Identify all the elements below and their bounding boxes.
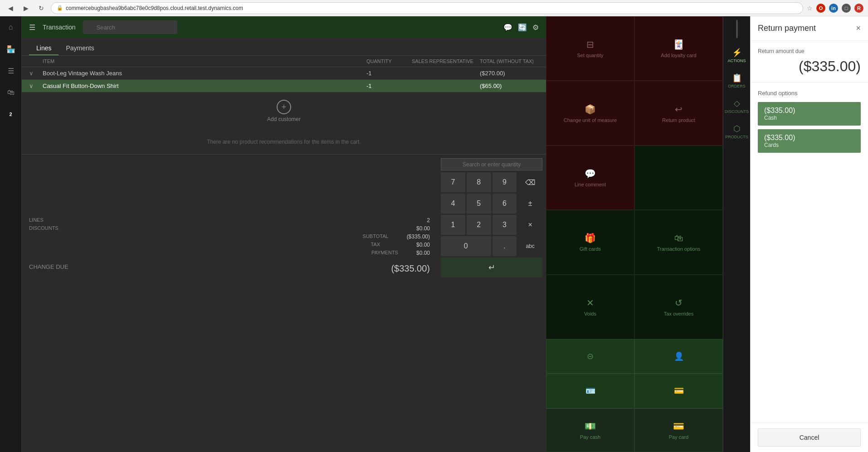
orders-label: ORDERS — [728, 84, 746, 88]
nav-forward-button[interactable]: ▶ — [20, 2, 32, 14]
numpad-9[interactable]: 9 — [493, 172, 517, 192]
orders-icon: 📋 — [732, 73, 742, 83]
row-1-rep — [412, 70, 480, 77]
gift-cards-button[interactable]: 🎁 Gift cards — [546, 210, 634, 274]
pay-cash-button[interactable]: 💵 Pay cash — [546, 408, 634, 452]
voids-icon: ✕ — [586, 297, 594, 308]
numpad-search-input[interactable] — [441, 158, 542, 170]
return-product-button[interactable]: ↩ Return product — [634, 81, 723, 145]
hamburger-icon[interactable]: ☰ — [29, 23, 35, 32]
add-customer-button[interactable]: + Add customer — [267, 100, 301, 122]
discounts-label: DISCOUNTS — [29, 225, 59, 232]
voids-label: Voids — [584, 311, 596, 316]
change-unit-icon: 📦 — [585, 104, 596, 115]
small-btn-2[interactable]: 👤 — [634, 339, 723, 374]
row-1-item: Boot-Leg Vintage Wash Jeans — [43, 70, 366, 77]
tax-overrides-button[interactable]: ↺ Tax overrides — [634, 275, 723, 339]
pay-card-button[interactable]: 💳 Pay card — [634, 408, 723, 452]
numpad-plusminus[interactable]: ± — [518, 194, 542, 214]
return-product-icon: ↩ — [675, 104, 683, 115]
numpad-enter[interactable]: ↵ — [441, 258, 542, 277]
tab-payments[interactable]: Payments — [59, 42, 101, 55]
refund-option-cards[interactable]: ($335.00) Cards — [758, 129, 861, 153]
numpad-4[interactable]: 4 — [441, 194, 465, 214]
search-input[interactable] — [83, 20, 177, 34]
sidebar-icon-bag[interactable]: 🛍 — [0, 82, 22, 103]
set-quantity-label: Set quantity — [577, 53, 603, 58]
discounts-value: $0.00 — [416, 225, 430, 232]
sidebar-orders-button[interactable]: 📋 ORDERS — [725, 69, 749, 92]
numpad-backspace[interactable]: ⌫ — [518, 172, 542, 192]
bottom-section: LINES 2 DISCOUNTS $0.00 SUBTOTAL ($335.0… — [22, 154, 546, 281]
refund-option-cash[interactable]: ($335.00) Cash — [758, 102, 861, 126]
summary-area: LINES 2 DISCOUNTS $0.00 SUBTOTAL ($335.0… — [22, 155, 437, 281]
sidebar-actions-button[interactable]: ⚡ ACTIONS — [725, 44, 749, 67]
numpad-area: 7 8 9 ⌫ 4 5 6 ± 1 2 3 × 0 . abc — [437, 155, 546, 281]
lines-value: 2 — [427, 217, 430, 224]
tax-row: TAX $0.00 — [29, 242, 430, 248]
sidebar-icon-store[interactable]: 🏪 — [0, 38, 22, 60]
browser-icon-2: in — [829, 4, 838, 13]
sidebar-icon-home[interactable]: ⌂ — [0, 16, 22, 38]
discounts-icon: ◇ — [734, 98, 740, 108]
pay-card-label: Pay card — [669, 434, 688, 440]
numpad-abc[interactable]: abc — [518, 236, 542, 256]
tab-lines[interactable]: Lines — [29, 42, 59, 55]
line-comment-button[interactable]: 💬 Line comment — [546, 146, 634, 210]
numpad-1[interactable]: 1 — [441, 215, 465, 235]
payments-label: PAYMENTS — [371, 250, 398, 256]
change-due-label: CHANGE DUE — [29, 263, 68, 274]
numpad-8[interactable]: 8 — [467, 172, 491, 192]
search-container: 🔍 — [83, 20, 310, 34]
row-2-item: Casual Fit Button-Down Shirt — [43, 83, 366, 89]
chat-icon[interactable]: 💬 — [503, 23, 512, 32]
numpad-6[interactable]: 6 — [493, 194, 517, 214]
row-1-total: ($270.00) — [480, 70, 539, 77]
action-grid: ⊟ Set quantity 🃏 Add loyalty card 📦 Chan… — [546, 16, 723, 452]
add-loyalty-card-button[interactable]: 🃏 Add loyalty card — [634, 16, 723, 81]
sidebar-icon-menu[interactable]: ☰ — [0, 60, 22, 82]
change-unit-button[interactable]: 📦 Change unit of measure — [546, 81, 634, 145]
refresh-icon[interactable]: 🔄 — [518, 23, 527, 32]
refund-options-label: Refund options — [758, 90, 861, 97]
return-panel-header: Return payment × — [751, 16, 868, 41]
change-unit-label: Change unit of measure — [564, 117, 617, 123]
small-btn-4[interactable]: 💳 — [634, 374, 723, 408]
refund-options-section: Refund options ($335.00) Cash ($335.00) … — [751, 83, 868, 423]
return-payment-panel: Return payment × Return amount due ($335… — [750, 16, 868, 452]
voids-button[interactable]: ✕ Voids — [546, 275, 634, 339]
top-bar: ☰ Transaction 🔍 💬 🔄 ⚙ — [22, 16, 546, 38]
sidebar-products-button[interactable]: ⬡ PRODUCTS — [725, 120, 749, 143]
transaction-options-label: Transaction options — [657, 246, 701, 252]
return-amount-value: ($335.00) — [758, 58, 861, 75]
numpad-2[interactable]: 2 — [467, 215, 491, 235]
sidebar-discounts-button[interactable]: ◇ DISCOUNTS — [725, 94, 749, 118]
top-bar-right: 💬 🔄 ⚙ — [503, 23, 539, 32]
return-close-button[interactable]: × — [856, 24, 861, 33]
content-area: Lines Payments ITEM QUANTITY SALES REPRE… — [22, 38, 546, 452]
table-row[interactable]: ∨ Boot-Leg Vintage Wash Jeans -1 ($270.0… — [22, 67, 546, 80]
filler-1 — [634, 146, 723, 210]
actions-icon: ⚡ — [732, 48, 742, 58]
numpad-multiply[interactable]: × — [518, 215, 542, 235]
change-due-value: ($335.00) — [391, 263, 430, 274]
add-loyalty-label: Add loyalty card — [661, 53, 696, 58]
numpad-0[interactable]: 0 — [441, 236, 491, 256]
settings-icon[interactable]: ⚙ — [532, 23, 539, 32]
small-btn-3[interactable]: 🪪 — [546, 374, 634, 408]
actions-label: ACTIONS — [727, 58, 746, 63]
row-2-rep — [412, 83, 480, 89]
payments-value: $0.00 — [416, 250, 430, 256]
numpad-7[interactable]: 7 — [441, 172, 465, 192]
numpad-dot[interactable]: . — [493, 236, 517, 256]
nav-refresh-button[interactable]: ↻ — [35, 2, 47, 14]
discounts-label: DISCOUNTS — [725, 109, 749, 114]
nav-back-button[interactable]: ◀ — [5, 2, 16, 14]
numpad-3[interactable]: 3 — [493, 215, 517, 235]
set-quantity-button[interactable]: ⊟ Set quantity — [546, 16, 634, 81]
small-btn-1[interactable]: ⊝ — [546, 339, 634, 374]
table-row-selected[interactable]: ∨ Casual Fit Button-Down Shirt -1 ($65.0… — [22, 80, 546, 92]
cancel-button[interactable]: Cancel — [758, 428, 861, 447]
transaction-options-button[interactable]: 🛍 Transaction options — [634, 210, 723, 274]
numpad-5[interactable]: 5 — [467, 194, 491, 214]
